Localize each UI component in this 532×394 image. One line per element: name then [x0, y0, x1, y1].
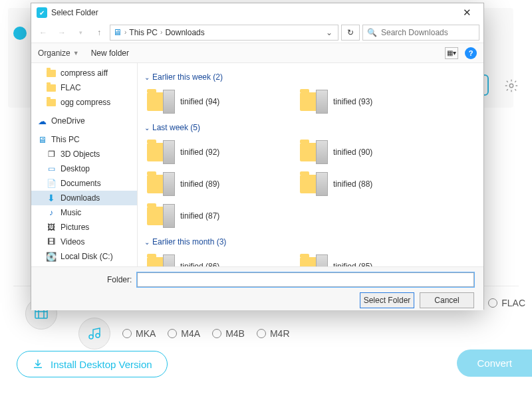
folder-thumb-icon [299, 88, 328, 115]
tree-item-music[interactable]: ♪Music [31, 205, 137, 220]
breadcrumb-seg-1[interactable]: Downloads [165, 28, 204, 37]
chevron-right-icon: › [160, 29, 162, 36]
pc-icon: 🖥 [37, 134, 47, 145]
folder-icon [47, 99, 56, 106]
tree-item-documents[interactable]: 📄Documents [31, 176, 137, 191]
pc-icon: 🖥 [113, 27, 122, 37]
folder-field-label: Folder: [107, 275, 132, 284]
folder-thumb-icon [299, 171, 328, 197]
path-dropdown-icon[interactable]: ⌄ [323, 28, 335, 37]
folder-icon [47, 70, 56, 77]
folder-thumb-icon [146, 171, 175, 197]
dialog-title: Select Folder [51, 8, 98, 17]
convert-button[interactable]: Convert [457, 349, 532, 377]
format-row-2: MKA M4A M4B M4R [20, 318, 525, 349]
tree-item-flac[interactable]: FLAC [31, 80, 137, 95]
dialog-titlebar: ✔ Select Folder ✕ [31, 3, 483, 22]
group-header-0[interactable]: ⌄Earlier this week (2) [144, 72, 477, 82]
select-folder-button[interactable]: Select Folder [360, 292, 414, 308]
group-header-2[interactable]: ⌄Earlier this month (3) [144, 237, 477, 246]
folder-name-input[interactable] [137, 272, 474, 287]
tree-item-videos[interactable]: 🎞Videos [31, 235, 137, 249]
tree-item-compress-aiff[interactable]: compress aiff [31, 66, 137, 80]
tree-item-downloads[interactable]: ⬇Downloads [31, 191, 137, 205]
music-icon: ♪ [46, 207, 57, 218]
refresh-icon[interactable]: ↻ [341, 25, 360, 41]
dialog-navbar: ← → ▾ ↑ 🖥 › This PC › Downloads ⌄ ↻ 🔍 [31, 22, 483, 43]
format-option-m4a[interactable]: M4A [168, 328, 200, 339]
folder-thumb-icon [146, 253, 175, 266]
search-field[interactable] [381, 28, 475, 37]
folder-thumb-icon [146, 203, 175, 229]
folder-tree[interactable]: compress aiff FLAC ogg compress ☁OneDriv… [31, 63, 138, 266]
pictures-icon: 🖼 [46, 222, 57, 233]
svg-point-3 [96, 334, 100, 338]
bg-accent-dot [13, 27, 27, 40]
format-option-m4b[interactable]: M4B [212, 328, 245, 339]
folder-thumb-icon [146, 88, 175, 115]
cube-icon: ❒ [46, 149, 57, 159]
nav-up-icon[interactable]: ↑ [91, 25, 107, 41]
organize-menu[interactable]: Organize▼ [38, 49, 79, 58]
folder-thumb-icon [146, 139, 175, 165]
folder-content[interactable]: ⌄Earlier this week (2) tinified (94) tin… [138, 63, 483, 266]
breadcrumb[interactable]: 🖥 › This PC › Downloads ⌄ [110, 25, 338, 41]
svg-rect-1 [35, 309, 47, 318]
app-icon: ✔ [37, 7, 47, 18]
disk-icon: 💽 [46, 251, 57, 262]
dialog-footer: Folder: Select Folder Cancel [31, 266, 483, 310]
tree-item-onedrive[interactable]: ☁OneDrive [31, 114, 137, 128]
format-option-m4r[interactable]: M4R [257, 328, 290, 339]
dialog-body: compress aiff FLAC ogg compress ☁OneDriv… [31, 63, 483, 266]
chevron-down-icon: ⌄ [144, 124, 150, 132]
desktop-icon: ▭ [46, 163, 57, 174]
nav-back-icon[interactable]: ← [35, 25, 51, 41]
document-icon: 📄 [46, 178, 57, 189]
tree-item-this-pc[interactable]: 🖥This PC [31, 132, 137, 147]
chevron-right-icon: › [124, 29, 126, 36]
tree-item-3d-objects[interactable]: ❒3D Objects [31, 147, 137, 161]
folder-item[interactable]: tinified (86) [144, 250, 291, 266]
select-folder-dialog: ✔ Select Folder ✕ ← → ▾ ↑ 🖥 › This PC › … [31, 3, 484, 310]
svg-point-0 [509, 84, 513, 88]
folder-item[interactable]: tinified (93) [297, 86, 444, 118]
download-icon: ⬇ [46, 193, 57, 203]
format-option-flac[interactable]: FLAC [488, 298, 525, 308]
nav-recent-icon[interactable]: ▾ [72, 25, 88, 41]
close-icon[interactable]: ✕ [456, 7, 478, 19]
search-icon: 🔍 [367, 28, 377, 37]
folder-item[interactable]: tinified (94) [144, 86, 291, 118]
audio-format-icon[interactable] [78, 318, 110, 349]
group-header-1[interactable]: ⌄Last week (5) [144, 123, 477, 132]
tree-item-desktop[interactable]: ▭Desktop [31, 161, 137, 176]
cloud-icon: ☁ [37, 116, 47, 126]
gear-icon[interactable] [504, 78, 519, 93]
format-option-mka[interactable]: MKA [122, 328, 156, 339]
folder-item[interactable]: tinified (92) [144, 136, 291, 168]
help-icon[interactable]: ? [465, 47, 477, 59]
folder-thumb-icon [299, 139, 328, 165]
chevron-down-icon: ⌄ [144, 239, 150, 246]
tree-item-pictures[interactable]: 🖼Pictures [31, 220, 137, 235]
folder-item[interactable]: tinified (89) [144, 168, 291, 200]
search-input[interactable]: 🔍 [362, 25, 479, 41]
breadcrumb-seg-0[interactable]: This PC [129, 28, 158, 37]
cancel-button[interactable]: Cancel [420, 292, 474, 308]
svg-point-2 [89, 335, 93, 339]
dialog-toolbar: Organize▼ New folder ▦▾ ? [31, 43, 483, 63]
nav-forward-icon[interactable]: → [54, 25, 70, 41]
tree-item-ogg-compress[interactable]: ogg compress [31, 95, 137, 110]
videos-icon: 🎞 [46, 237, 57, 247]
chevron-down-icon: ⌄ [144, 74, 150, 81]
folder-thumb-icon [299, 253, 328, 266]
folder-item[interactable]: tinified (87) [144, 200, 291, 232]
folder-item[interactable]: tinified (85) [297, 250, 444, 266]
install-desktop-button[interactable]: Install Desktop Version [17, 351, 168, 377]
tree-item-local-disk[interactable]: 💽Local Disk (C:) [31, 249, 137, 264]
folder-item[interactable]: tinified (90) [297, 136, 444, 168]
folder-item[interactable]: tinified (88) [297, 168, 444, 200]
folder-icon [47, 84, 56, 92]
new-folder-button[interactable]: New folder [91, 49, 129, 58]
view-options-icon[interactable]: ▦▾ [445, 47, 458, 59]
